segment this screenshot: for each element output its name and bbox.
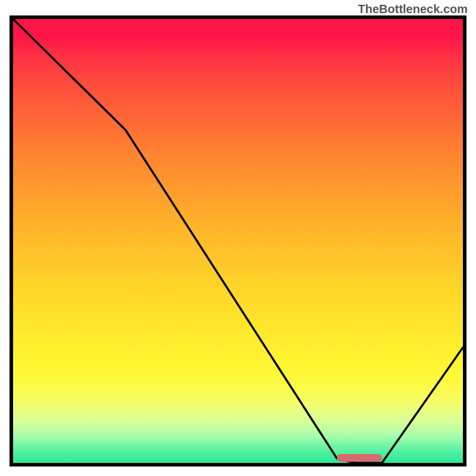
curve-path — [13, 19, 463, 463]
minimum-marker — [337, 454, 382, 462]
line-curve — [13, 19, 463, 463]
chart-frame — [10, 15, 466, 466]
plot-area — [13, 19, 463, 463]
attribution-text: TheBottleneck.com — [358, 2, 468, 16]
chart-container: TheBottleneck.com — [0, 0, 476, 476]
